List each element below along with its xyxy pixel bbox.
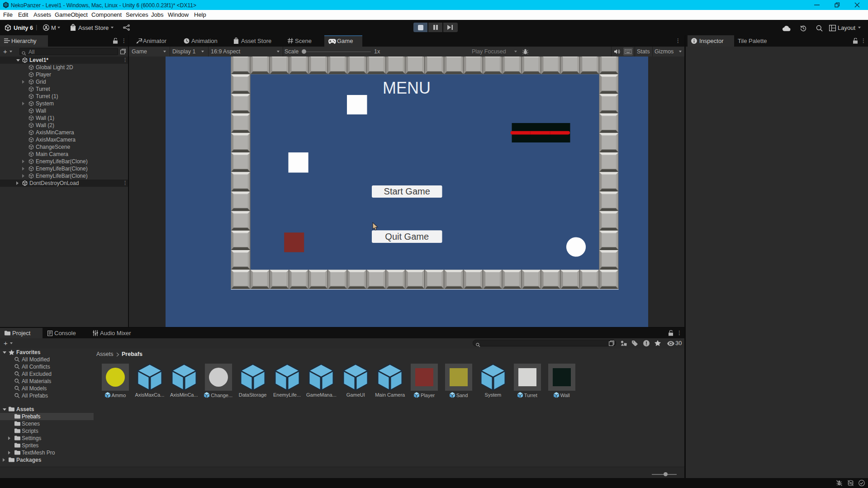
svg-text:Quit Game: Quit Game [385, 232, 429, 242]
svg-text:MENU: MENU [383, 79, 431, 97]
svg-text:Start Game: Start Game [384, 186, 430, 196]
